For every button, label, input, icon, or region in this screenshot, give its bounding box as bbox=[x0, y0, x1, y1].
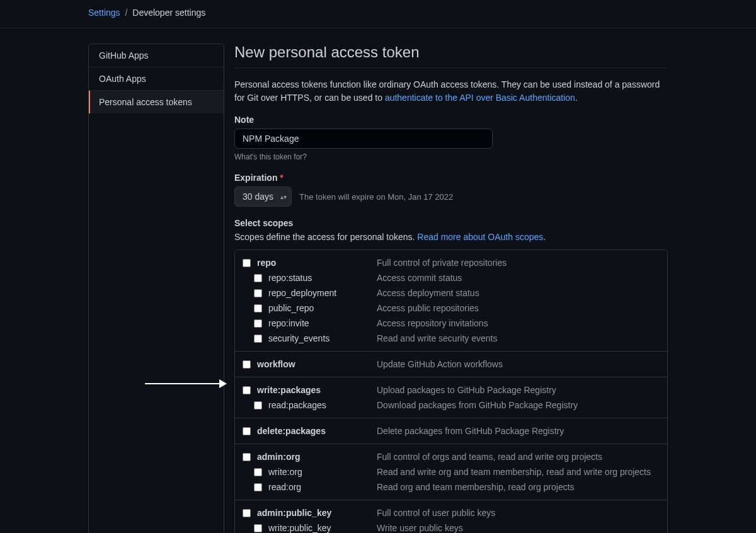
scope-checkbox-security-events[interactable] bbox=[254, 335, 262, 343]
scope-checkbox-write-packages[interactable] bbox=[243, 386, 251, 394]
scope-desc: Access commit status bbox=[377, 273, 660, 283]
scope-name: read:packages bbox=[268, 400, 377, 410]
expiration-info-text: The token will expire on Mon, Jan 17 202… bbox=[299, 192, 453, 202]
expiration-label-text: Expiration bbox=[234, 173, 277, 183]
page-description: Personal access tokens function like ord… bbox=[234, 78, 668, 105]
breadcrumb-separator: / bbox=[125, 8, 127, 18]
scope-name: read:org bbox=[268, 482, 377, 492]
scope-row-write-packages: write:packagesUpload packages to GitHub … bbox=[235, 382, 667, 398]
scope-checkbox-repo-deployment[interactable] bbox=[254, 289, 262, 297]
scope-row-admin-org: admin:orgFull control of orgs and teams,… bbox=[235, 449, 667, 464]
scope-desc: Download packages from GitHub Package Re… bbox=[377, 400, 660, 410]
scope-name: repo:status bbox=[268, 273, 377, 283]
scope-desc: Full control of private repositories bbox=[377, 258, 660, 268]
scope-desc: Read and write org and team membership, … bbox=[377, 467, 660, 477]
scopes-box: repoFull control of private repositories… bbox=[234, 249, 668, 533]
sidebar-item-oauth-apps[interactable]: OAuth Apps bbox=[89, 67, 224, 91]
scope-desc: Full control of orgs and teams, read and… bbox=[377, 452, 660, 462]
scope-checkbox-write-public-key[interactable] bbox=[254, 524, 262, 532]
scope-group: repoFull control of private repositories… bbox=[235, 250, 667, 352]
scope-checkbox-write-org[interactable] bbox=[254, 468, 262, 476]
scope-desc: Access public repositories bbox=[377, 303, 660, 313]
scope-checkbox-read-org[interactable] bbox=[254, 483, 262, 491]
scope-desc: Access repository invitations bbox=[377, 318, 660, 328]
scope-name: repo bbox=[257, 258, 377, 268]
sidebar-item-github-apps[interactable]: GitHub Apps bbox=[89, 44, 224, 67]
scope-name: write:org bbox=[268, 467, 377, 477]
scope-row-public-repo: public_repoAccess public repositories bbox=[235, 301, 667, 316]
scope-row-delete-packages: delete:packagesDelete packages from GitH… bbox=[235, 423, 667, 438]
scope-desc: Update GitHub Action workflows bbox=[377, 359, 660, 369]
scope-row-repo: repoFull control of private repositories bbox=[235, 255, 667, 270]
sidebar: GitHub Apps OAuth Apps Personal access t… bbox=[88, 43, 224, 533]
scope-name: write:public_key bbox=[268, 523, 377, 533]
scope-row-read-packages: read:packagesDownload packages from GitH… bbox=[235, 398, 667, 413]
scope-row-repo-deployment: repo_deploymentAccess deployment status bbox=[235, 285, 667, 301]
oauth-scopes-link[interactable]: Read more about OAuth scopes bbox=[417, 232, 543, 242]
scope-group: write:packagesUpload packages to GitHub … bbox=[235, 377, 667, 418]
scope-desc: Read org and team membership, read org p… bbox=[377, 482, 660, 492]
auth-api-link[interactable]: authenticate to the API over Basic Authe… bbox=[385, 93, 575, 103]
scopes-description-text: Scopes define the access for personal to… bbox=[234, 232, 417, 242]
scope-row-security-events: security_eventsRead and write security e… bbox=[235, 331, 667, 346]
scope-group: workflowUpdate GitHub Action workflows bbox=[235, 352, 667, 377]
period: . bbox=[575, 93, 578, 103]
breadcrumb-current: Developer settings bbox=[132, 8, 205, 18]
scope-name: admin:public_key bbox=[257, 508, 377, 518]
scope-row-workflow: workflowUpdate GitHub Action workflows bbox=[235, 357, 667, 372]
expiration-select[interactable]: 30 days bbox=[234, 186, 292, 207]
scope-desc: Write user public keys bbox=[377, 523, 660, 533]
scope-checkbox-admin-org[interactable] bbox=[243, 453, 251, 461]
scope-name: repo_deployment bbox=[268, 288, 377, 298]
scopes-description: Scopes define the access for personal to… bbox=[234, 232, 668, 242]
scope-checkbox-repo-invite[interactable] bbox=[254, 319, 262, 328]
scope-desc: Delete packages from GitHub Package Regi… bbox=[377, 426, 660, 436]
page-title: New personal access token bbox=[234, 43, 668, 68]
period2: . bbox=[543, 232, 546, 242]
scope-group: delete:packagesDelete packages from GitH… bbox=[235, 418, 667, 444]
scope-group: admin:orgFull control of orgs and teams,… bbox=[235, 444, 667, 500]
breadcrumb-settings-link[interactable]: Settings bbox=[88, 8, 120, 18]
sidebar-item-personal-access-tokens[interactable]: Personal access tokens bbox=[89, 91, 224, 113]
scope-name: repo:invite bbox=[268, 318, 377, 328]
required-asterisk: * bbox=[280, 173, 283, 183]
scope-group: admin:public_keyFull control of user pub… bbox=[235, 500, 667, 533]
scope-checkbox-repo-status[interactable] bbox=[254, 274, 262, 282]
note-hint: What's this token for? bbox=[234, 152, 668, 161]
note-input[interactable] bbox=[234, 129, 493, 149]
breadcrumb: Settings / Developer settings bbox=[0, 0, 756, 25]
scope-row-read-org: read:orgRead org and team membership, re… bbox=[235, 479, 667, 495]
scope-row-write-public-key: write:public_keyWrite user public keys bbox=[235, 520, 667, 533]
scope-checkbox-read-packages[interactable] bbox=[254, 401, 262, 410]
scope-desc: Upload packages to GitHub Package Regist… bbox=[377, 385, 660, 395]
scope-row-repo-invite: repo:inviteAccess repository invitations bbox=[235, 316, 667, 331]
scope-desc: Access deployment status bbox=[377, 288, 660, 298]
scope-row-repo-status: repo:statusAccess commit status bbox=[235, 270, 667, 285]
scope-row-admin-public-key: admin:public_keyFull control of user pub… bbox=[235, 505, 667, 520]
scope-checkbox-admin-public-key[interactable] bbox=[243, 509, 251, 517]
scope-checkbox-workflow[interactable] bbox=[243, 360, 251, 369]
expiration-label: Expiration * bbox=[234, 173, 668, 183]
scope-name: workflow bbox=[257, 359, 377, 369]
scope-checkbox-delete-packages[interactable] bbox=[243, 427, 251, 435]
scope-name: public_repo bbox=[268, 303, 377, 313]
scope-name: write:packages bbox=[257, 385, 377, 395]
scope-checkbox-repo[interactable] bbox=[243, 259, 251, 267]
scope-row-write-org: write:orgRead and write org and team mem… bbox=[235, 464, 667, 479]
scope-desc: Read and write security events bbox=[377, 333, 660, 343]
scope-name: security_events bbox=[268, 333, 377, 343]
scope-desc: Full control of user public keys bbox=[377, 508, 660, 518]
scope-name: admin:org bbox=[257, 452, 377, 462]
scope-checkbox-public-repo[interactable] bbox=[254, 304, 262, 312]
note-label: Note bbox=[234, 115, 668, 125]
scope-name: delete:packages bbox=[257, 426, 377, 436]
select-scopes-label: Select scopes bbox=[234, 218, 668, 228]
